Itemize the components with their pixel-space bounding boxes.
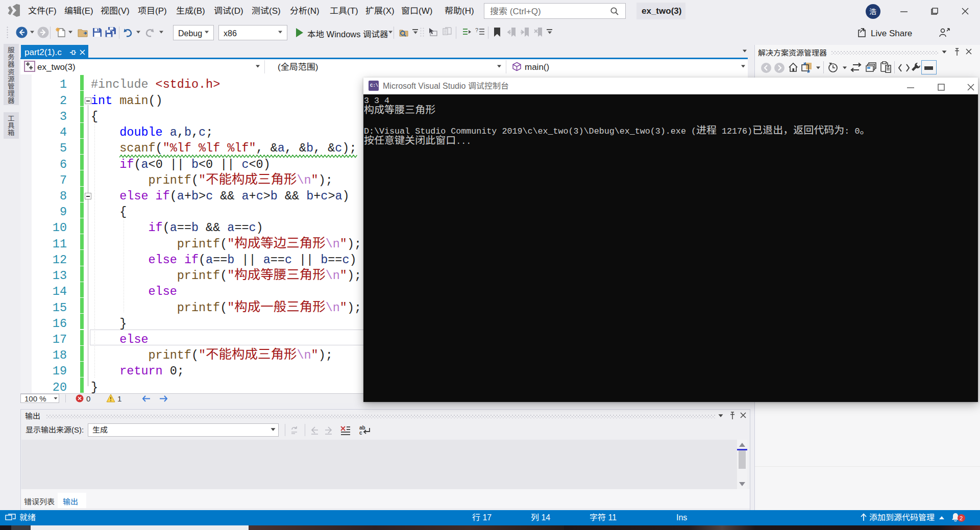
svg-text:?: ? [475,27,478,33]
svg-text:c: c [359,430,362,436]
